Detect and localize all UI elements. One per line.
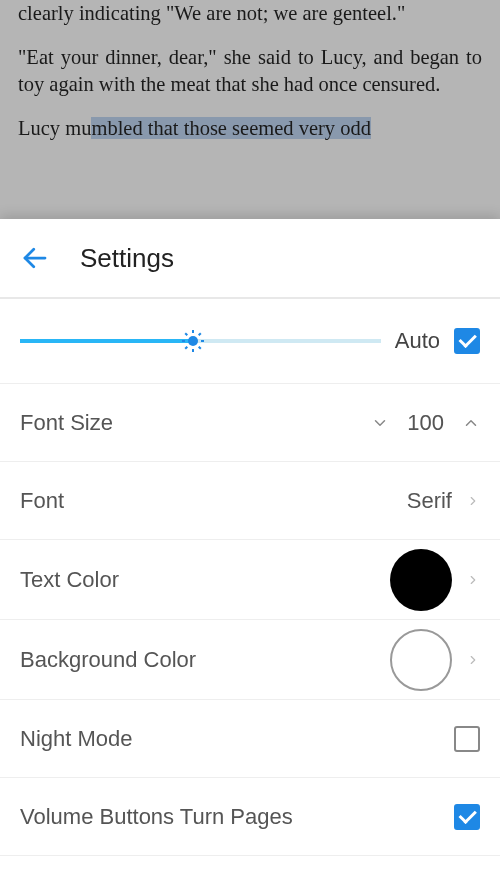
back-arrow-icon[interactable] [20, 243, 50, 273]
font-size-stepper: 100 [371, 410, 480, 436]
font-size-value: 100 [407, 410, 444, 436]
auto-brightness-checkbox[interactable] [454, 328, 480, 354]
font-row[interactable]: Font Serif [0, 462, 500, 540]
text-color-row[interactable]: Text Color [0, 540, 500, 620]
volume-buttons-label: Volume Buttons Turn Pages [20, 804, 293, 830]
brightness-thumb-icon[interactable] [181, 329, 205, 353]
svg-point-1 [188, 336, 198, 346]
reader-content: clearly indicating "We are not; we are g… [0, 0, 500, 219]
background-color-row[interactable]: Background Color [0, 620, 500, 700]
font-value: Serif [407, 488, 452, 514]
auto-brightness-label: Auto [395, 328, 440, 354]
chevron-right-icon [466, 489, 480, 513]
text-color-label: Text Color [20, 567, 119, 593]
font-size-row: Font Size 100 [0, 384, 500, 462]
text-color-swatch [390, 549, 452, 611]
night-mode-row: Night Mode [0, 700, 500, 778]
night-mode-label: Night Mode [20, 726, 133, 752]
background-color-swatch [390, 629, 452, 691]
font-label: Font [20, 488, 64, 514]
volume-buttons-checkbox[interactable] [454, 804, 480, 830]
brightness-row: Auto [0, 299, 500, 384]
settings-panel: Settings Auto Font Size 100 Font Serif [0, 219, 500, 889]
chevron-up-icon[interactable] [462, 414, 480, 432]
background-color-label: Background Color [20, 647, 196, 673]
panel-title: Settings [80, 243, 174, 274]
night-mode-checkbox[interactable] [454, 726, 480, 752]
reader-paragraph: Lucy mumbled that those seemed very odd [18, 115, 482, 142]
panel-header: Settings [0, 219, 500, 299]
svg-line-5 [199, 347, 201, 349]
svg-line-4 [185, 333, 187, 335]
chevron-down-icon[interactable] [371, 414, 389, 432]
reader-paragraph: clearly indicating "We are not; we are g… [18, 0, 482, 27]
volume-buttons-row: Volume Buttons Turn Pages [0, 778, 500, 856]
svg-line-8 [185, 347, 187, 349]
text-selection: mbled that those seemed very odd [91, 117, 371, 139]
reader-paragraph: "Eat your dinner, dear," she said to Luc… [18, 44, 482, 98]
chevron-right-icon [466, 568, 480, 592]
font-size-label: Font Size [20, 410, 113, 436]
svg-line-9 [199, 333, 201, 335]
chevron-right-icon [466, 648, 480, 672]
brightness-slider[interactable] [20, 329, 381, 353]
